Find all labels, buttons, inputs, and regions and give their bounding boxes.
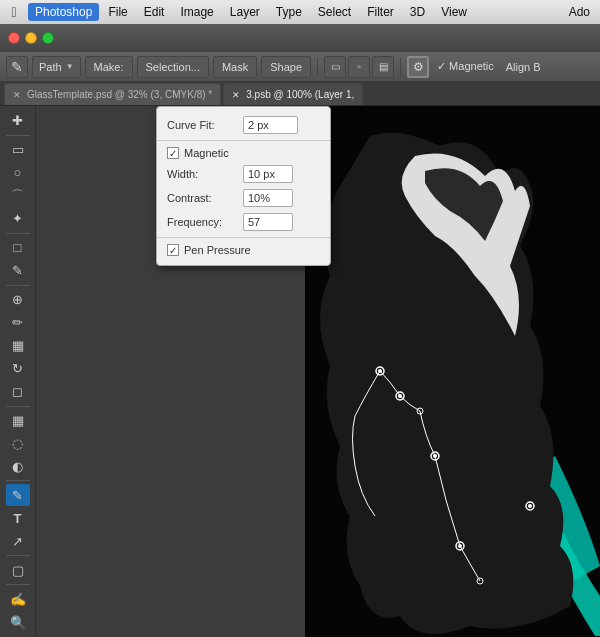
path-dropdown[interactable]: Path ▼ bbox=[32, 56, 81, 78]
menubar:  Photoshop File Edit Image Layer Type S… bbox=[0, 0, 600, 24]
eyedropper-tool[interactable]: ✎ bbox=[6, 260, 30, 282]
menu-3d[interactable]: 3D bbox=[403, 3, 432, 21]
menu-filter[interactable]: Filter bbox=[360, 3, 401, 21]
width-label: Width: bbox=[167, 168, 237, 180]
mask-button[interactable]: Mask bbox=[213, 56, 257, 78]
tab-close-icon-2[interactable]: ✕ bbox=[232, 90, 240, 100]
curve-fit-input[interactable] bbox=[243, 116, 298, 134]
minimize-button[interactable] bbox=[25, 32, 37, 44]
main-layout: ✚ ▭ ○ ⌒ ✦ □ ✎ ⊕ ✏ ▦ ↻ ◻ ▦ ◌ ◐ ✎ T ↗ ▢ ✍ … bbox=[0, 106, 600, 637]
titlebar bbox=[0, 24, 600, 52]
apple-icon:  bbox=[11, 4, 16, 20]
app-title-partial: Ado bbox=[569, 5, 594, 19]
lasso-tool[interactable]: ⌒ bbox=[6, 185, 30, 207]
contrast-row: Contrast: bbox=[157, 186, 330, 210]
canvas-area: Curve Fit: ✓ Magnetic Width: Contrast: F… bbox=[36, 106, 600, 637]
lasso-options-popup: Curve Fit: ✓ Magnetic Width: Contrast: F… bbox=[156, 106, 331, 266]
menu-photoshop[interactable]: Photoshop bbox=[28, 3, 99, 21]
gradient-tool[interactable]: ▦ bbox=[6, 410, 30, 432]
frequency-input[interactable] bbox=[243, 213, 293, 231]
pen-tool[interactable]: ✎ bbox=[6, 484, 30, 506]
contrast-label: Contrast: bbox=[167, 192, 237, 204]
apple-menu[interactable]:  bbox=[6, 4, 22, 20]
canvas-background bbox=[305, 106, 600, 637]
separator-1 bbox=[317, 58, 318, 76]
tabs-bar: ✕ GlassTemplate.psd @ 32% (3, CMYK/8) * … bbox=[0, 82, 600, 106]
tool-separator-7 bbox=[6, 584, 30, 585]
close-button[interactable] bbox=[8, 32, 20, 44]
tool-separator-1 bbox=[6, 135, 30, 136]
clone-stamp-tool[interactable]: ▦ bbox=[6, 335, 30, 357]
tab-glass-template[interactable]: ✕ GlassTemplate.psd @ 32% (3, CMYK/8) * bbox=[4, 83, 221, 105]
make-label: Make: bbox=[85, 56, 133, 78]
pen-pressure-label: Pen Pressure bbox=[184, 244, 254, 256]
curve-fit-label: Curve Fit: bbox=[167, 119, 237, 131]
zoom-tool[interactable]: 🔍 bbox=[6, 611, 30, 633]
menu-file[interactable]: File bbox=[101, 3, 134, 21]
magnetic-label: ✓ Magnetic bbox=[433, 60, 498, 73]
history-brush-tool[interactable]: ↻ bbox=[6, 358, 30, 380]
selection-button[interactable]: Selection... bbox=[137, 56, 209, 78]
width-input[interactable] bbox=[243, 165, 293, 183]
tool-separator-2 bbox=[6, 233, 30, 234]
svg-point-12 bbox=[528, 504, 532, 508]
eraser-tool[interactable]: ◻ bbox=[6, 381, 30, 403]
width-row: Width: bbox=[157, 162, 330, 186]
rect-marquee-tool[interactable]: ▭ bbox=[6, 139, 30, 161]
blur-tool[interactable]: ◌ bbox=[6, 432, 30, 454]
path-selection-tool[interactable]: ↗ bbox=[6, 530, 30, 552]
popup-separator-1 bbox=[157, 140, 330, 141]
frequency-label: Frequency: bbox=[167, 216, 237, 228]
tab-label-2: 3.psb @ 100% (Layer 1, bbox=[246, 89, 354, 100]
menu-edit[interactable]: Edit bbox=[137, 3, 172, 21]
tab-close-icon-1[interactable]: ✕ bbox=[13, 90, 21, 100]
menu-view[interactable]: View bbox=[434, 3, 474, 21]
tool-separator-5 bbox=[6, 480, 30, 481]
brush-tool[interactable]: ✏ bbox=[6, 312, 30, 334]
transform-icon-3[interactable]: ▤ bbox=[372, 56, 394, 78]
popup-separator-2 bbox=[157, 237, 330, 238]
ellipse-marquee-tool[interactable]: ○ bbox=[6, 162, 30, 184]
pen-pressure-row[interactable]: ✓ Pen Pressure bbox=[157, 241, 330, 259]
pen-pressure-checkbox[interactable]: ✓ bbox=[167, 244, 179, 256]
magnetic-checkbox-label: Magnetic bbox=[184, 147, 254, 159]
tool-separator-3 bbox=[6, 285, 30, 286]
transform-icon-1[interactable]: ▭ bbox=[324, 56, 346, 78]
frequency-row: Frequency: bbox=[157, 210, 330, 234]
align-label: Align B bbox=[502, 61, 545, 73]
dodge-tool[interactable]: ◐ bbox=[6, 455, 30, 477]
menu-image[interactable]: Image bbox=[173, 3, 220, 21]
menu-layer[interactable]: Layer bbox=[223, 3, 267, 21]
tool-separator-4 bbox=[6, 406, 30, 407]
shape-tool[interactable]: ▢ bbox=[6, 559, 30, 581]
path-dropdown-arrow: ▼ bbox=[66, 62, 74, 71]
left-toolbar: ✚ ▭ ○ ⌒ ✦ □ ✎ ⊕ ✏ ▦ ↻ ◻ ▦ ◌ ◐ ✎ T ↗ ▢ ✍ … bbox=[0, 106, 36, 637]
transform-icons: ▭ ▫ ▤ bbox=[324, 56, 394, 78]
move-tool[interactable]: ✚ bbox=[6, 110, 30, 132]
maximize-button[interactable] bbox=[42, 32, 54, 44]
magic-wand-tool[interactable]: ✦ bbox=[6, 208, 30, 230]
traffic-lights bbox=[8, 32, 54, 44]
tab-3psb[interactable]: ✕ 3.psb @ 100% (Layer 1, bbox=[223, 83, 363, 105]
menu-select[interactable]: Select bbox=[311, 3, 358, 21]
crop-tool[interactable]: □ bbox=[6, 237, 30, 259]
transform-icon-2[interactable]: ▫ bbox=[348, 56, 370, 78]
type-tool[interactable]: T bbox=[6, 507, 30, 529]
curve-fit-row: Curve Fit: bbox=[157, 113, 330, 137]
path-label: Path bbox=[39, 61, 62, 73]
gear-button[interactable]: ⚙ bbox=[407, 56, 429, 78]
pen-tool-icon[interactable]: ✎ bbox=[6, 56, 28, 78]
menu-type[interactable]: Type bbox=[269, 3, 309, 21]
magnetic-row[interactable]: ✓ Magnetic bbox=[157, 144, 330, 162]
healing-brush-tool[interactable]: ⊕ bbox=[6, 289, 30, 311]
tab-label-1: GlassTemplate.psd @ 32% (3, CMYK/8) * bbox=[27, 89, 212, 100]
hand-tool[interactable]: ✍ bbox=[6, 588, 30, 610]
contrast-input[interactable] bbox=[243, 189, 293, 207]
shape-button[interactable]: Shape bbox=[261, 56, 311, 78]
separator-2 bbox=[400, 58, 401, 76]
magnetic-checkbox[interactable]: ✓ bbox=[167, 147, 179, 159]
options-bar: ✎ Path ▼ Make: Selection... Mask Shape ▭… bbox=[0, 52, 600, 82]
tool-separator-6 bbox=[6, 555, 30, 556]
canvas-svg bbox=[305, 106, 600, 637]
